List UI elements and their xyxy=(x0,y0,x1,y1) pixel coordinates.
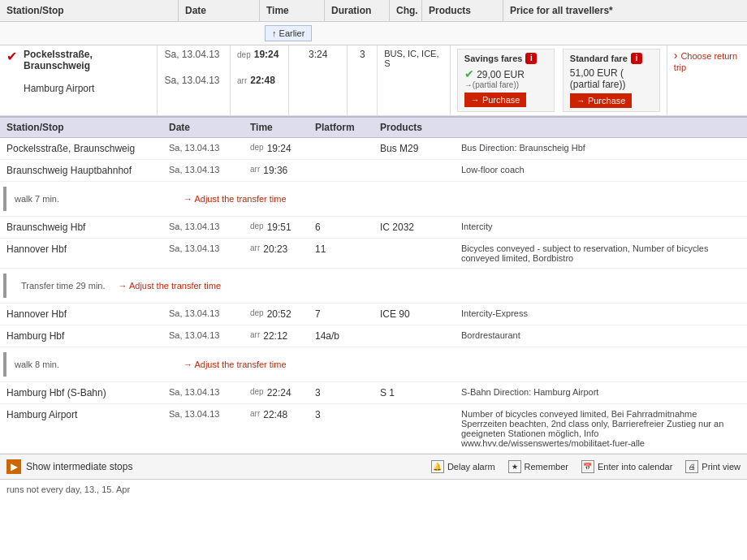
arr-time: 22:48 xyxy=(250,75,275,86)
row-station: Braunschweig Hbf xyxy=(0,219,162,235)
print-icon: 🖨 xyxy=(685,460,698,473)
table-row: Hamburg Airport Sa, 13.04.13 arr 22:48 3… xyxy=(0,404,747,454)
delay-alarm-label: Delay alarm xyxy=(447,462,495,472)
savings-amount: 29,00 EUR xyxy=(477,69,525,80)
row-time-val: 20:23 xyxy=(263,243,287,255)
standard-amount: 51,00 EUR ( (partial fare)) xyxy=(570,67,653,90)
standard-fare-label: Standard fare xyxy=(570,54,628,63)
print-item[interactable]: 🖨 Print view xyxy=(685,460,741,473)
row-time: arr 22:48 xyxy=(244,407,309,423)
adjust-link-2[interactable]: Adjust the transfer time xyxy=(184,360,287,369)
savings-purchase-button[interactable]: Purchase xyxy=(464,93,527,107)
header-time: Time xyxy=(260,0,325,21)
row-station: Hannover Hbf xyxy=(0,306,162,322)
row-date: Sa, 13.04.13 xyxy=(162,140,244,155)
journey-products-col: BUS, IC, ICE, S xyxy=(378,45,451,115)
row-station: Hamburg Airport xyxy=(0,407,162,423)
row-dep-arr: dep xyxy=(250,143,264,154)
journey-date-col: Sa, 13.04.13 Sa, 13.04.13 xyxy=(158,45,231,115)
journey-changes: 3 xyxy=(354,49,370,60)
standard-fare-box: Standard fare i 51,00 EUR ( (partial far… xyxy=(563,49,660,112)
row-date: Sa, 13.04.13 xyxy=(162,306,244,321)
row-time-val: 22:48 xyxy=(263,409,287,420)
row-products: Bus M29 xyxy=(374,140,455,157)
arr-label: arr xyxy=(237,76,247,85)
row-products: S 1 xyxy=(374,385,455,401)
row-info: S-Bahn Direction: Hamburg Airport xyxy=(455,385,747,399)
detail-header-info xyxy=(455,118,747,137)
savings-fare-label: Savings fares xyxy=(464,54,523,63)
row-platform xyxy=(309,140,374,145)
standard-purchase-button[interactable]: Purchase xyxy=(570,93,633,108)
delay-alarm-icon: 🔔 xyxy=(431,460,444,473)
row-time-val: 19:51 xyxy=(267,222,291,233)
journey-to-station: Hamburg Airport xyxy=(24,83,150,94)
row-dep-arr: dep xyxy=(250,222,264,233)
calendar-label: Enter into calendar xyxy=(598,462,672,472)
row-date: Sa, 13.04.13 xyxy=(162,162,244,177)
calendar-item[interactable]: 📅 Enter into calendar xyxy=(581,460,672,473)
show-stops-label: Show intermediate stops xyxy=(26,461,132,472)
row-time-val: 19:24 xyxy=(267,143,291,154)
journey-to-date: Sa, 13.04.13 xyxy=(164,75,223,86)
adjust-link-transfer[interactable]: Adjust the transfer time xyxy=(119,281,222,291)
row-date: Sa, 13.04.13 xyxy=(162,241,244,256)
summary-header: Station/Stop Date Time Duration Chg. Pro… xyxy=(0,0,747,22)
transfer-row: Transfer time 29 min. Adjust the transfe… xyxy=(0,269,747,304)
show-stops-button[interactable]: ▶ Show intermediate stops xyxy=(6,459,132,474)
row-products xyxy=(374,407,455,411)
row-station: Braunschweig Hauptbahnhof xyxy=(0,162,162,179)
row-platform xyxy=(309,162,374,167)
dep-label: dep xyxy=(237,50,251,59)
earlier-button[interactable]: Earlier xyxy=(265,25,312,41)
row-platform: 14a/b xyxy=(309,328,374,344)
table-row: Pockelsstraße, Braunschweig Sa, 13.04.13… xyxy=(0,138,747,160)
remember-item[interactable]: ★ Remember xyxy=(508,460,568,473)
delay-alarm-item[interactable]: 🔔 Delay alarm xyxy=(431,460,495,473)
standard-fare-info-icon[interactable]: i xyxy=(631,53,642,64)
detail-group-3: Hannover Hbf Sa, 13.04.13 dep 20:52 7 IC… xyxy=(0,304,747,347)
row-dep-arr: arr xyxy=(250,165,260,176)
row-time: arr 22:12 xyxy=(244,328,309,344)
row-info: Intercity xyxy=(455,219,747,234)
bottom-row: ▶ Show intermediate stops 🔔 Delay alarm … xyxy=(0,454,747,480)
row-time: dep 20:52 xyxy=(244,306,309,322)
row-info: Bordrestaurant xyxy=(455,328,747,342)
journey-checkbox[interactable]: ✔ xyxy=(6,49,17,64)
row-platform: 7 xyxy=(309,306,374,322)
print-label: Print view xyxy=(702,462,741,472)
table-row: Braunschweig Hbf Sa, 13.04.13 dep 19:51 … xyxy=(0,217,747,239)
row-station: Hamburg Hbf xyxy=(0,328,162,344)
transfer-text: Transfer time 29 min. xyxy=(15,278,112,293)
row-date: Sa, 13.04.13 xyxy=(162,328,244,342)
savings-green-check: ✔ xyxy=(464,67,474,80)
row-products xyxy=(374,241,455,246)
earlier-row: Earlier xyxy=(0,22,747,45)
footer-text: runs not every day, 13., 15. Apr xyxy=(6,485,130,494)
journey-from-date: Sa, 13.04.13 xyxy=(164,49,223,60)
table-row: Hamburg Hbf (S-Bahn) Sa, 13.04.13 dep 22… xyxy=(0,382,747,404)
choose-return-link[interactable]: Choose return trip xyxy=(674,51,737,72)
footer-note: runs not every day, 13., 15. Apr xyxy=(0,480,747,499)
header-date: Date xyxy=(179,0,260,21)
savings-fare-info-icon[interactable]: i xyxy=(525,53,537,64)
row-products: ICE 90 xyxy=(374,306,455,322)
remember-icon: ★ xyxy=(508,460,521,473)
row-dep-arr: arr xyxy=(250,409,260,420)
row-station: Hannover Hbf xyxy=(0,241,162,257)
detail-header-date: Date xyxy=(162,118,244,137)
row-station: Hamburg Hbf (S-Bahn) xyxy=(0,385,162,401)
row-info: Bicycles conveyed - subject to reservati… xyxy=(455,241,747,265)
row-time: dep 22:24 xyxy=(244,385,309,401)
row-date: Sa, 13.04.13 xyxy=(162,385,244,399)
walk-info-2: Adjust the transfer time xyxy=(177,356,747,373)
adjust-link-1[interactable]: Adjust the transfer time xyxy=(184,194,287,204)
row-products xyxy=(374,162,455,167)
row-time-val: 20:52 xyxy=(267,308,291,320)
walk-row-1: walk 7 min. Adjust the transfer time xyxy=(0,182,747,217)
walk-row-2: walk 8 min. Adjust the transfer time xyxy=(0,347,747,382)
journey-station-col: ✔ Pockelsstraße, Braunschweig Hamburg Ai… xyxy=(0,45,158,115)
journey-price-col: Savings fares i ✔ 29,00 EUR →(partial fa… xyxy=(451,45,667,115)
table-row: Hamburg Hbf Sa, 13.04.13 arr 22:12 14a/b… xyxy=(0,325,747,347)
journey-action-col: Choose return trip xyxy=(667,45,747,115)
